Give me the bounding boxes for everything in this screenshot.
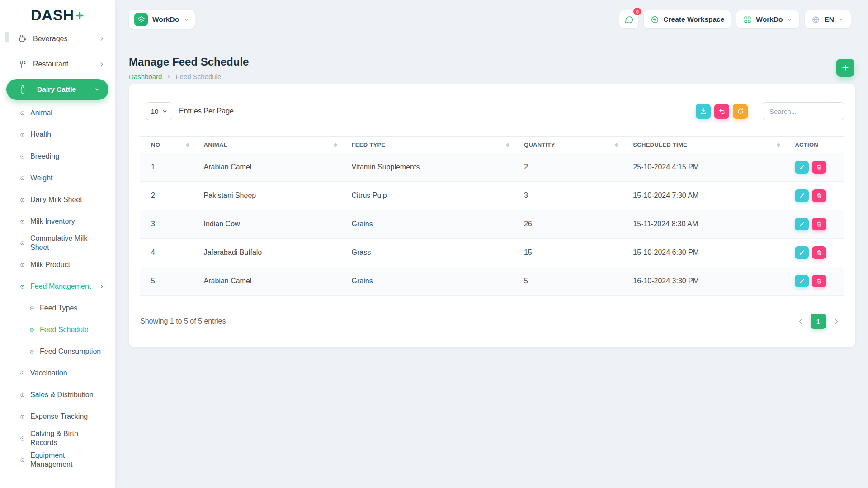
bullet-icon: [20, 154, 25, 159]
cup-icon: [18, 34, 27, 43]
create-workspace-button[interactable]: Create Workspace: [644, 10, 731, 28]
per-page-select[interactable]: 10: [146, 102, 172, 120]
bullet-icon: [20, 393, 25, 398]
edit-button[interactable]: [795, 246, 809, 259]
add-feed-schedule-button[interactable]: [836, 59, 854, 77]
pencil-icon: [799, 278, 805, 284]
edit-button[interactable]: [795, 275, 809, 287]
refresh-button[interactable]: [733, 104, 748, 119]
undo-button[interactable]: [714, 104, 729, 119]
trash-icon: [816, 249, 822, 256]
sidebar: DASH Beverages Restaurant: [0, 0, 115, 488]
column-header-feed-type[interactable]: FEED TYPE: [344, 137, 517, 153]
topbar-actions: 0 Create Workspace WorkDo EN: [619, 10, 851, 28]
cell-scheduled-time: 15-11-2024 8:30 AM: [626, 210, 788, 239]
sidebar-item-label: Vaccination: [30, 369, 67, 378]
cell-animal: Indian Cow: [197, 210, 344, 239]
cell-scheduled-time: 15-10-2024 6:30 PM: [626, 239, 788, 267]
search-input[interactable]: [763, 102, 844, 120]
sidebar-item-commulative-milk-sheet[interactable]: Commulative Milk Sheet: [0, 232, 115, 254]
sidebar-item-label: Commulative Milk Sheet: [30, 234, 102, 252]
apps-menu-button[interactable]: WorkDo: [736, 10, 799, 28]
sort-icon: [186, 143, 189, 147]
fork-knife-icon: [18, 60, 27, 69]
pagination-prev-button[interactable]: [793, 314, 808, 329]
column-header-quantity[interactable]: QUANTITY: [517, 137, 626, 153]
sidebar-item-animal[interactable]: Animal: [0, 102, 115, 124]
bullet-icon: [20, 414, 25, 419]
column-header-action: ACTION: [788, 137, 844, 153]
sidebar-item-label: Animal: [30, 108, 52, 117]
messages-badge: 0: [633, 8, 641, 15]
sidebar-item-health[interactable]: Health: [0, 124, 115, 145]
pencil-icon: [799, 164, 805, 170]
undo-icon: [718, 108, 726, 115]
sidebar-item-feed-consumption[interactable]: Feed Consumption: [0, 341, 115, 362]
messages-button[interactable]: 0: [619, 10, 638, 28]
cell-animal: Arabian Camel: [197, 153, 344, 182]
edit-button[interactable]: [795, 218, 809, 230]
brand-logo[interactable]: DASH: [0, 0, 115, 24]
column-header-no[interactable]: NO: [140, 137, 197, 153]
page-head: Manage Feed Schedule Dashboard Feed Sche…: [115, 29, 868, 80]
sidebar-item-vaccination[interactable]: Vaccination: [0, 362, 115, 384]
sidebar-item-daily-milk-sheet[interactable]: Daily Milk Sheet: [0, 189, 115, 211]
language-label: EN: [824, 15, 834, 23]
sidebar-item-equipment-management[interactable]: Equipment Management: [0, 449, 115, 471]
pagination-page-1[interactable]: 1: [811, 314, 826, 329]
delete-button[interactable]: [812, 161, 826, 174]
cell-feed-type: Vitamin Supplements: [344, 153, 517, 182]
trash-icon: [816, 192, 822, 199]
sidebar-item-sales-distribution[interactable]: Sales & Distribution: [0, 384, 115, 406]
cell-quantity: 26: [517, 210, 626, 239]
feed-schedule-card: 10 Entries Per Page: [129, 84, 855, 347]
sidebar-item-feed-management[interactable]: Feed Management: [0, 276, 115, 297]
pagination-next-button[interactable]: [829, 314, 844, 329]
export-button[interactable]: [696, 104, 711, 119]
pencil-icon: [799, 221, 805, 227]
sidebar-item-label: Health: [30, 130, 51, 139]
sidebar-item-label: Milk Inventory: [30, 217, 75, 226]
sidebar-item-label: Dairy Cattle: [37, 85, 90, 94]
cell-feed-type: Grass: [344, 239, 517, 267]
cell-quantity: 5: [517, 267, 626, 296]
column-header-animal[interactable]: ANIMAL: [197, 137, 344, 153]
delete-button[interactable]: [812, 189, 826, 202]
sidebar-item-feed-schedule[interactable]: Feed Schedule: [0, 319, 115, 341]
sidebar-item-dairy-cattle[interactable]: Dairy Cattle: [6, 79, 108, 100]
sidebar-item-label: Breeding: [30, 152, 59, 161]
sidebar-item-milk-inventory[interactable]: Milk Inventory: [0, 211, 115, 232]
language-selector[interactable]: EN: [805, 10, 851, 28]
refresh-icon: [737, 108, 744, 115]
breadcrumb-current: Feed Schedule: [175, 73, 221, 80]
sidebar-item-label: Daily Milk Sheet: [30, 195, 82, 204]
cell-scheduled-time: 25-10-2024 4:15 PM: [626, 153, 788, 182]
table-controls: 10 Entries Per Page: [140, 102, 844, 120]
sidebar-item-calving-birth-records[interactable]: Calving & Birth Records: [0, 427, 115, 449]
workspace-switcher[interactable]: WorkDo: [129, 10, 195, 29]
sidebar-item-milk-product[interactable]: Milk Product: [0, 254, 115, 276]
delete-button[interactable]: [812, 218, 826, 230]
table-row: 2 Pakistani Sheep Citrus Pulp 3 15-10-20…: [140, 182, 844, 210]
table-row: 4 Jafarabadi Buffalo Grass 15 15-10-2024…: [140, 239, 844, 267]
delete-button[interactable]: [812, 275, 826, 287]
column-header-scheduled-time[interactable]: SCHEDULED TIME: [626, 137, 788, 153]
sidebar-item-label: Calving & Birth Records: [30, 429, 102, 447]
table-row: 1 Arabian Camel Vitamin Supplements 2 25…: [140, 153, 844, 182]
sidebar-item-restaurant[interactable]: Restaurant: [0, 52, 115, 77]
sidebar-item-label: Feed Types: [40, 304, 77, 313]
breadcrumb-dashboard-link[interactable]: Dashboard: [129, 73, 162, 80]
bullet-icon: [29, 349, 34, 354]
sidebar-item-beverages[interactable]: Beverages: [0, 26, 115, 52]
globe-icon: [811, 15, 820, 24]
edit-button[interactable]: [795, 161, 809, 174]
sort-icon: [777, 143, 780, 147]
sidebar-item-weight[interactable]: Weight: [0, 167, 115, 189]
delete-button[interactable]: [812, 246, 826, 259]
edit-button[interactable]: [795, 189, 809, 202]
cell-no: 3: [140, 210, 197, 239]
sidebar-item-feed-types[interactable]: Feed Types: [0, 297, 115, 319]
sidebar-scrollbar[interactable]: [5, 32, 9, 42]
sidebar-item-expense-tracking[interactable]: Expense Tracking: [0, 406, 115, 427]
sidebar-item-breeding[interactable]: Breeding: [0, 145, 115, 167]
